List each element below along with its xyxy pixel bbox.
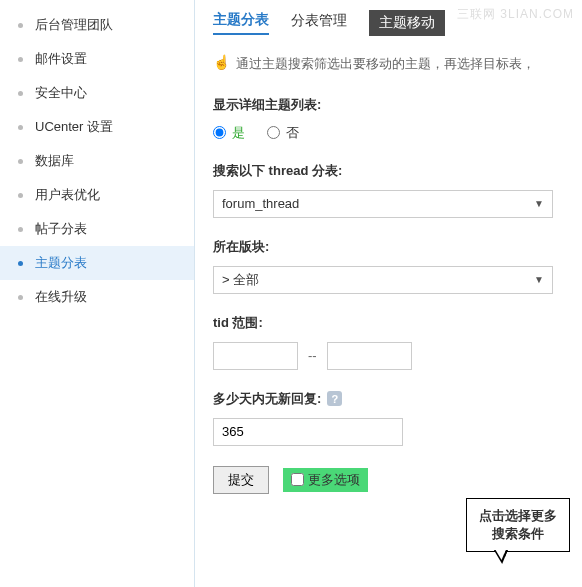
radio-yes[interactable]: 是	[213, 124, 245, 142]
more-options-label: 更多选项	[308, 471, 360, 489]
sidebar-item-security[interactable]: 安全中心	[0, 76, 194, 110]
chevron-down-icon: ▼	[534, 198, 544, 209]
sidebar-item-user-table-opt[interactable]: 用户表优化	[0, 178, 194, 212]
sidebar-item-ucenter[interactable]: UCenter 设置	[0, 110, 194, 144]
chevron-down-icon: ▼	[534, 274, 544, 285]
sidebar-item-thread-split[interactable]: 主题分表	[0, 246, 194, 280]
bullet-icon	[18, 261, 23, 266]
tid-from-input[interactable]	[213, 342, 298, 370]
select-thread-table[interactable]: forum_thread ▼	[213, 190, 553, 218]
main-content: 主题分表 分表管理 主题移动 ☝ 通过主题搜索筛选出要移动的主题，再选择目标表，…	[195, 0, 582, 587]
bullet-icon	[18, 23, 23, 28]
bullet-icon	[18, 125, 23, 130]
sidebar: 后台管理团队 邮件设置 安全中心 UCenter 设置 数据库 用户表优化 帖子…	[0, 0, 195, 587]
submit-button[interactable]: 提交	[213, 466, 269, 494]
tab-thread-move[interactable]: 主题移动	[369, 10, 445, 36]
action-row: 提交 更多选项	[213, 466, 582, 494]
sidebar-item-admin-team[interactable]: 后台管理团队	[0, 8, 194, 42]
more-options-toggle[interactable]: 更多选项	[283, 468, 368, 492]
bullet-icon	[18, 227, 23, 232]
bullet-icon	[18, 91, 23, 96]
bullet-icon	[18, 193, 23, 198]
hint-row: ☝ 通过主题搜索筛选出要移动的主题，再选择目标表，	[213, 54, 582, 74]
tab-thread-split[interactable]: 主题分表	[213, 11, 269, 35]
field-forum: 所在版块: > 全部 ▼	[213, 238, 582, 294]
bullet-icon	[18, 295, 23, 300]
field-tid-range: tid 范围: --	[213, 314, 582, 370]
sidebar-item-label: 在线升级	[35, 288, 87, 306]
sidebar-item-label: UCenter 设置	[35, 118, 113, 136]
callout-line2: 搜索条件	[479, 525, 557, 543]
callout-line1: 点击选择更多	[479, 507, 557, 525]
sidebar-item-label: 用户表优化	[35, 186, 100, 204]
more-options-checkbox[interactable]	[291, 473, 304, 486]
field-search-thread: 搜索以下 thread 分表: forum_thread ▼	[213, 162, 582, 218]
sidebar-item-label: 主题分表	[35, 254, 87, 272]
sidebar-item-label: 帖子分表	[35, 220, 87, 238]
bullet-icon	[18, 57, 23, 62]
noreply-days-input[interactable]	[213, 418, 403, 446]
select-value: > 全部	[222, 271, 259, 289]
sidebar-item-online-upgrade[interactable]: 在线升级	[0, 280, 194, 314]
sidebar-item-label: 邮件设置	[35, 50, 87, 68]
hint-icon: ☝	[213, 54, 230, 70]
radio-yes-input[interactable]	[213, 126, 226, 139]
sidebar-item-label: 数据库	[35, 152, 74, 170]
field-label: 多少天内无新回复:	[213, 390, 321, 408]
tid-to-input[interactable]	[327, 342, 412, 370]
sidebar-item-database[interactable]: 数据库	[0, 144, 194, 178]
help-icon[interactable]: ?	[327, 391, 342, 406]
tab-split-manage[interactable]: 分表管理	[291, 12, 347, 34]
sidebar-item-post-split[interactable]: 帖子分表	[0, 212, 194, 246]
radio-no[interactable]: 否	[267, 124, 299, 142]
field-label: 搜索以下 thread 分表:	[213, 162, 582, 180]
field-noreply-days: 多少天内无新回复: ?	[213, 390, 582, 446]
callout-tooltip: 点击选择更多 搜索条件	[466, 498, 570, 552]
radio-yes-label: 是	[232, 124, 245, 142]
radio-no-input[interactable]	[267, 126, 280, 139]
field-show-detail: 显示详细主题列表: 是 否	[213, 96, 582, 142]
select-value: forum_thread	[222, 196, 299, 211]
sidebar-item-label: 安全中心	[35, 84, 87, 102]
range-separator: --	[308, 348, 317, 363]
bullet-icon	[18, 159, 23, 164]
field-label: 显示详细主题列表:	[213, 96, 582, 114]
tabs: 主题分表 分表管理 主题移动	[213, 10, 582, 36]
field-label: 所在版块:	[213, 238, 582, 256]
field-label: tid 范围:	[213, 314, 582, 332]
sidebar-item-mail-settings[interactable]: 邮件设置	[0, 42, 194, 76]
radio-no-label: 否	[286, 124, 299, 142]
hint-text: 通过主题搜索筛选出要移动的主题，再选择目标表，	[236, 54, 535, 74]
sidebar-item-label: 后台管理团队	[35, 16, 113, 34]
select-forum[interactable]: > 全部 ▼	[213, 266, 553, 294]
